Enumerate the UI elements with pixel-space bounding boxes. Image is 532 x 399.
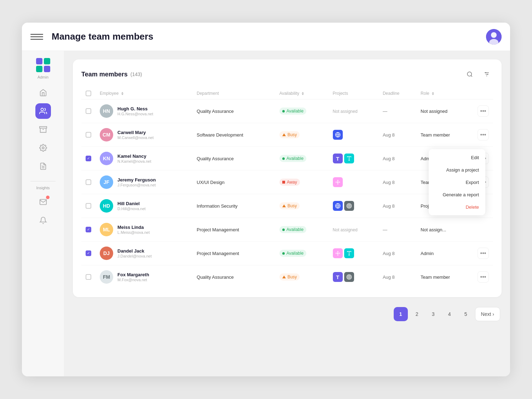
filter-button[interactable] [480,68,493,81]
projects-cell [333,130,374,140]
table-body: HN Hugh G. Ness H.G.Ness@nova.net Qualit… [81,99,493,289]
team-table: Employee Department Availability Project… [81,88,493,289]
member-count: (143) [131,71,142,77]
cell-deadline-2: Aug 8 [378,123,416,147]
table-row: JF Jeremy Ferguson J.Ferguson@nova.net U… [81,170,493,194]
employee-info-6: Meiss Linda L.Meiss@nova.net [117,225,150,235]
svg-line-10 [471,75,472,76]
projects-cell: T [333,272,374,282]
row-checkbox-1[interactable] [86,108,91,114]
more-button-1[interactable]: ••• [478,105,489,117]
col-checkbox [81,88,96,99]
more-button-8[interactable]: ••• [478,271,489,283]
projects-cell: T [333,154,374,163]
svg-point-15 [487,74,488,75]
user-avatar[interactable] [486,29,502,45]
menu-item-assign[interactable]: Assign a project [429,164,485,176]
menu-item-edit[interactable]: Edit [429,151,485,164]
logo-sq-3 [36,66,42,72]
col-role[interactable]: Role [416,88,473,99]
employee-info-1: Hugh G. Ness H.G.Ness@nova.net [117,106,153,116]
svg-point-21 [337,180,339,181]
svg-point-34 [339,253,340,254]
availability-badge: Busy [279,273,300,281]
cell-deadline-1: — [378,99,416,123]
next-button[interactable]: Next › [475,307,500,321]
logo-sq-4 [44,66,50,72]
row-checkbox-2[interactable] [86,132,91,138]
sidebar-item-messages[interactable] [35,194,51,210]
svg-point-27 [347,203,351,208]
row-checkbox-7[interactable] [86,250,91,256]
cell-checkbox [81,242,96,265]
employee-email-6: L.Meiss@nova.net [117,230,150,235]
sidebar-item-settings[interactable] [35,140,51,156]
employee-email-2: M.Carwell@nova.net [117,135,154,140]
more-button-2[interactable]: ••• [478,129,489,140]
employee-email-3: N.Kamel@nova.net [117,159,151,163]
cell-actions-4: ••• Edit Assign a project Export Generat… [473,170,493,194]
svg-point-37 [347,274,351,279]
availability-badge: Available [279,108,306,115]
sidebar-item-archive[interactable] [35,122,51,137]
sidebar-bottom-label: Insights [36,186,50,190]
svg-point-22 [337,183,339,185]
sidebar-item-reports[interactable] [35,158,51,174]
menu-item-delete[interactable]: Delete [429,201,485,213]
col-employee[interactable]: Employee [96,88,192,99]
cell-checkbox [81,194,96,218]
availability-badge: Available [279,226,306,233]
svg-point-28 [348,204,351,207]
page-5-button[interactable]: 5 [459,307,473,321]
context-menu: Edit Assign a project Export Generate a … [429,149,485,215]
cell-actions-8: ••• [473,265,493,289]
cell-employee: FM Fox Margareth M.Fox@nova.net [96,265,192,289]
sidebar-item-notifications[interactable] [35,213,51,228]
pagination: 1 2 3 4 5 Next › [73,307,502,321]
col-availability[interactable]: Availability [275,88,329,99]
cell-projects-8: T [329,265,378,289]
sidebar-top-label: Admin [37,75,48,79]
projects-cell [333,248,374,258]
row-checkbox-5[interactable] [86,203,91,209]
cell-availability-5: Busy [275,194,329,218]
page-1-button[interactable]: 1 [394,307,408,321]
row-checkbox-6[interactable] [86,227,91,232]
menu-item-export[interactable]: Export [429,176,485,189]
employee-avatar-3: KN [100,152,113,165]
cell-employee: HN Hugh G. Ness H.G.Ness@nova.net [96,99,192,123]
sidebar-item-home[interactable] [35,85,51,100]
app-window: Manage team members Admin [22,23,510,376]
cell-deadline-4: Aug 8 [378,170,416,194]
next-label: Next [481,311,491,317]
cell-availability-6: Available [275,218,329,242]
cell-actions-2: ••• [473,123,493,147]
row-checkbox-8[interactable] [86,274,91,280]
employee-name-6: Meiss Linda [117,225,150,230]
svg-point-33 [335,253,337,254]
cell-availability-7: Available [275,242,329,265]
more-button-7[interactable]: ••• [478,248,489,259]
menu-item-report[interactable]: Generate a report [429,189,485,201]
select-all-checkbox[interactable] [86,91,91,96]
page-4-button[interactable]: 4 [443,307,457,321]
row-checkbox-4[interactable] [86,179,91,185]
cell-employee: DJ Dandel Jack J.Dandel@nova.net [96,242,192,265]
projects-cell [333,201,374,211]
project-icon-cursor [344,154,354,163]
employee-email-7: J.Dandel@nova.net [117,254,152,258]
cell-department-8: Quality Assurance [192,265,275,289]
sidebar-item-team[interactable] [35,103,51,119]
row-checkbox-3[interactable] [86,156,91,161]
hamburger-menu[interactable] [30,30,43,43]
project-icon-cursor [344,248,354,258]
availability-badge: Away [279,179,300,186]
table-row: CM Carwell Mary M.Carwell@nova.net Softw… [81,123,493,147]
page-2-button[interactable]: 2 [410,307,424,321]
employee-email-4: J.Ferguson@nova.net [117,183,156,187]
search-button[interactable] [463,68,476,81]
page-3-button[interactable]: 3 [426,307,440,321]
employee-name-7: Dandel Jack [117,248,152,254]
col-department: Department [192,88,275,99]
col-deadline: Deadline [378,88,416,99]
